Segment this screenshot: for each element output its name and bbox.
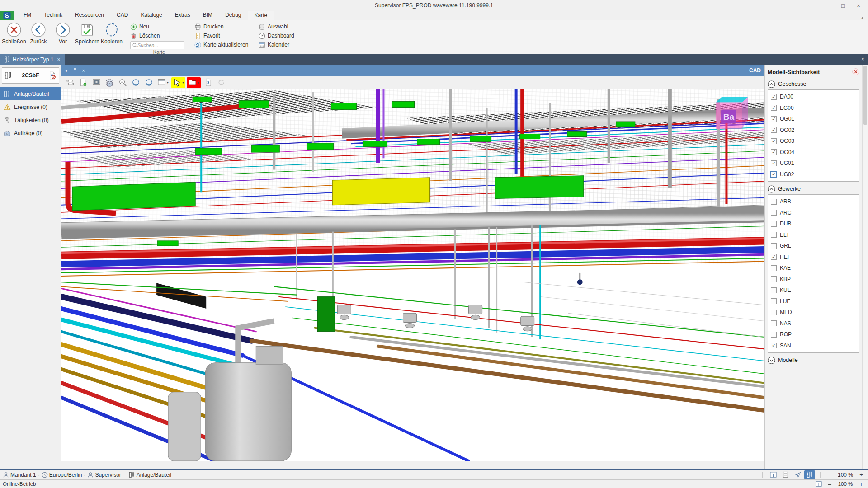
tab-debug[interactable]: Debug [219, 11, 247, 20]
selection-button[interactable]: Auswahl [259, 22, 316, 31]
pin-icon[interactable] [72, 67, 78, 74]
context-segment[interactable]: Anlage/Bauteil [129, 472, 171, 478]
entities-tool-button[interactable] [64, 77, 76, 88]
favorite-button[interactable]: ★Favorit [194, 31, 252, 40]
refresh-tool-button[interactable] [215, 77, 227, 88]
copy-button[interactable]: Kopieren [99, 21, 124, 45]
document-view-button[interactable] [780, 470, 791, 479]
panel-close-icon[interactable]: × [82, 68, 85, 73]
select-tool-button[interactable]: ▾ [171, 77, 185, 88]
checkbox[interactable]: ✓ [771, 160, 777, 166]
tab-extras[interactable]: Extras [169, 11, 197, 20]
export-tool-button[interactable] [202, 77, 214, 88]
minimize-button[interactable]: – [821, 1, 835, 10]
checkbox[interactable]: ✓ [771, 254, 777, 260]
app-logo-icon[interactable] [0, 11, 14, 20]
viewport-tool-button[interactable] [90, 77, 102, 88]
panel-menu-caret-icon[interactable]: ▾ [65, 68, 68, 74]
tab-cad[interactable]: CAD [110, 11, 134, 20]
refresh-map-button[interactable]: Karte aktualisieren [194, 40, 252, 49]
close-window-button[interactable]: × [852, 1, 865, 10]
save-button[interactable]: Speichern [75, 21, 99, 45]
layout-view-button[interactable] [768, 470, 778, 479]
checkbox[interactable]: ✓ [771, 171, 777, 177]
checkbox[interactable]: ✓ [771, 94, 777, 100]
layers-tool-button[interactable] [104, 77, 115, 88]
section-header-modelle[interactable]: Modelle [768, 355, 859, 366]
mandant-segment[interactable]: Mandant 1 [3, 472, 36, 478]
document-tab-heizkoerper[interactable]: Heizkörper Typ 1 × [0, 54, 65, 65]
forward-button[interactable]: Vor [51, 21, 75, 45]
checkbox[interactable] [771, 287, 777, 293]
new-button[interactable]: Neu [130, 22, 188, 31]
checkbox[interactable] [771, 243, 777, 249]
tab-bar-close-icon[interactable]: × [861, 56, 864, 62]
panel-close-icon[interactable] [852, 68, 859, 77]
checkbox[interactable]: ✓ [771, 149, 777, 155]
tab-kataloge[interactable]: Kataloge [134, 11, 168, 20]
sidebar-item-auftraege[interactable]: Aufträge (0) [0, 127, 61, 140]
navigate-button[interactable] [792, 470, 803, 479]
close-button[interactable]: Schließen [2, 21, 26, 45]
section-header-geschosse[interactable]: Geschosse [768, 79, 859, 89]
close-circle-icon [6, 22, 22, 38]
application-window: Supervisor FPS_PROD waveware 11.190.9999… [0, 0, 868, 488]
search-input[interactable] [137, 42, 180, 48]
user-segment[interactable]: Supervisor [87, 472, 121, 478]
component-view-button[interactable] [804, 470, 815, 479]
checkbox[interactable]: ✓ [771, 105, 777, 111]
checkbox[interactable]: ✓ [771, 116, 777, 122]
orbit-tool-button[interactable] [130, 77, 142, 88]
zoom-extents-tool-button[interactable] [117, 77, 128, 88]
sidebar-item-ereignisse[interactable]: Ereignisse (0) [0, 100, 61, 113]
add-document-tool-button[interactable] [77, 77, 89, 88]
section-header-gewerke[interactable]: Gewerke [768, 183, 859, 194]
checkbox[interactable] [771, 221, 777, 227]
sidebar-header[interactable]: 2CSbF [2, 67, 59, 84]
checkbox[interactable] [771, 320, 777, 326]
scrollbar-thumb[interactable] [863, 66, 867, 125]
app-zoom-in-button[interactable]: + [857, 481, 865, 488]
timezone-segment[interactable]: Europe/Berlin [42, 472, 82, 478]
views-tool-button[interactable]: ▾ [156, 77, 170, 88]
print-button[interactable]: Drucken [194, 22, 252, 31]
vertical-scrollbar[interactable] [862, 65, 868, 469]
delete-button[interactable]: Löschen [130, 31, 188, 40]
calendar-button[interactable]: Kalender [259, 40, 316, 49]
ribbon-collapse-icon[interactable]: ▴ [861, 15, 863, 20]
document-blocked-icon[interactable] [48, 71, 57, 80]
dropdown-caret-icon[interactable]: ▾ [167, 80, 169, 84]
checkbox[interactable] [771, 199, 777, 205]
tab-ressourcen[interactable]: Ressourcen [69, 11, 110, 20]
checkbox[interactable] [771, 265, 777, 271]
sidebar-item-taetigkeiten[interactable]: Tätigkeiten (0) [0, 113, 61, 127]
tab-bim[interactable]: BIM [197, 11, 219, 20]
checkbox[interactable]: ✓ [771, 138, 777, 144]
folder-tool-button[interactable]: ▾ [187, 77, 201, 88]
back-button[interactable]: Zurück [26, 21, 51, 45]
checkbox[interactable] [771, 232, 777, 238]
zoom-out-button[interactable]: – [826, 471, 834, 478]
checkbox[interactable] [771, 276, 777, 282]
warning-icon [4, 103, 11, 111]
maximize-button[interactable]: □ [836, 1, 850, 10]
document-tab-close-icon[interactable]: × [57, 56, 61, 63]
checkbox[interactable] [771, 298, 777, 304]
app-zoom-out-button[interactable]: – [826, 481, 834, 488]
checkbox[interactable]: ✓ [771, 127, 777, 133]
tab-technik[interactable]: Technik [38, 11, 69, 20]
orbit-alt-tool-button[interactable] [143, 77, 155, 88]
sidebar-item-anlage[interactable]: Anlage/Bauteil [0, 87, 61, 100]
cad-3d-viewport[interactable]: Ba [61, 89, 764, 461]
checkbox[interactable] [771, 210, 777, 216]
dropdown-caret-icon[interactable]: ▾ [182, 80, 184, 84]
tab-fm[interactable]: FM [17, 11, 38, 20]
dashboard-button[interactable]: Dashboard [259, 31, 316, 40]
zoom-in-button[interactable]: + [857, 471, 865, 478]
dropdown-caret-icon[interactable]: ▾ [198, 80, 199, 84]
checkbox[interactable] [771, 332, 777, 338]
checkbox[interactable]: ✓ [771, 343, 777, 348]
checkbox[interactable] [771, 310, 777, 315]
layout-view-button[interactable] [813, 480, 824, 488]
tab-karte[interactable]: Karte [248, 11, 274, 20]
